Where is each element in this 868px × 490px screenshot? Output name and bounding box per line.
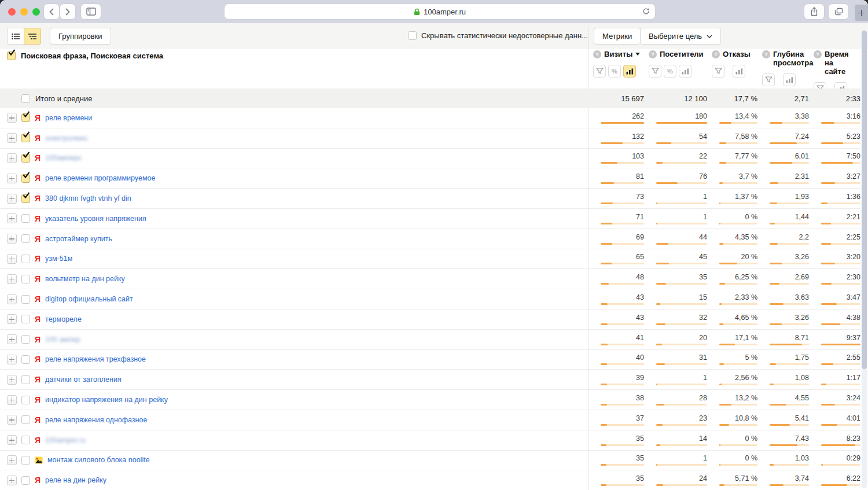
help-icon[interactable]: ? [593, 50, 601, 58]
expand-row-button[interactable] [7, 314, 17, 324]
tab-overview-button[interactable] [829, 4, 848, 19]
visitors-percent-button[interactable]: % [664, 65, 676, 78]
search-phrase-link[interactable]: 100 ампер [45, 336, 80, 344]
new-tab-button[interactable] [855, 5, 868, 21]
visitors-filter-button[interactable] [649, 65, 661, 78]
expand-row-button[interactable] [7, 334, 17, 344]
expand-row-button[interactable] [7, 174, 17, 183]
expand-row-button[interactable] [7, 234, 17, 244]
depth-filter-button[interactable] [762, 73, 775, 86]
search-phrase-link[interactable]: термореле [45, 315, 82, 323]
search-phrase-link[interactable]: реле времени программируемое [45, 174, 155, 182]
search-phrase-link[interactable]: digitop официальный сайт [45, 295, 133, 303]
depth-chart-button[interactable] [783, 73, 796, 86]
column-label[interactable]: Отказы [723, 50, 751, 58]
row-checkbox[interactable] [21, 415, 30, 424]
row-checkbox[interactable] [21, 335, 30, 344]
search-phrase-link[interactable]: вольтметр на дин рейку [45, 275, 125, 283]
visitors-chart-button[interactable] [679, 65, 692, 78]
expand-row-button[interactable] [7, 274, 17, 284]
expand-row-button[interactable] [7, 294, 17, 304]
hide-unreliable-checkbox[interactable] [408, 31, 417, 40]
share-button[interactable] [804, 4, 824, 19]
reload-button[interactable] [642, 8, 650, 17]
row-checkbox[interactable] [21, 315, 30, 323]
column-label[interactable]: Глубина просмотра [773, 50, 813, 67]
search-phrase-link[interactable]: узм-51м [45, 255, 72, 263]
search-phrase-link[interactable]: реле напряжения трехфазное [45, 355, 146, 363]
address-bar[interactable]: 100amper.ru [225, 4, 655, 19]
help-icon[interactable]: ? [814, 50, 822, 58]
search-phrase-link[interactable]: 100amper.ru [45, 436, 86, 444]
expand-row-button[interactable] [7, 375, 17, 385]
expand-row-button[interactable] [7, 455, 17, 465]
row-checkbox[interactable] [21, 355, 30, 364]
row-checkbox[interactable] [21, 255, 30, 263]
search-phrase-link[interactable]: 100амперс [45, 154, 82, 162]
row-checkbox[interactable] [21, 375, 30, 384]
minimize-window-button[interactable] [20, 8, 28, 16]
zoom-window-button[interactable] [32, 8, 40, 16]
row-checkbox[interactable] [21, 295, 30, 304]
metrics-button[interactable]: Метрики [594, 28, 641, 45]
search-phrase-link[interactable]: 380 djkmn fvgth vtnh yf din [45, 194, 131, 202]
row-checkbox[interactable] [21, 194, 30, 203]
expand-row-button[interactable] [7, 395, 17, 405]
visits-filter-button[interactable] [593, 65, 606, 78]
tree-view-button[interactable] [24, 28, 41, 45]
row-checkbox[interactable] [21, 154, 30, 163]
search-phrase-link[interactable]: реле на дин рейку [45, 476, 106, 484]
row-checkbox[interactable] [21, 456, 30, 465]
expand-row-button[interactable] [7, 415, 17, 425]
expand-row-button[interactable] [7, 476, 17, 485]
row-checkbox[interactable] [21, 174, 30, 183]
search-phrase-link[interactable]: индикатор напряжения на дин рейку [45, 396, 168, 404]
visits-percent-button[interactable]: % [608, 65, 621, 78]
row-checkbox[interactable] [21, 234, 30, 243]
search-phrase-link[interactable]: монтаж силового блока noolite [47, 456, 150, 464]
sidebar-icon [86, 8, 96, 16]
column-label[interactable]: Время на сайте [825, 50, 853, 76]
bounce-filter-button[interactable] [712, 65, 724, 78]
row-checkbox[interactable] [21, 396, 30, 404]
expand-row-button[interactable] [7, 435, 17, 445]
expand-row-button[interactable] [7, 213, 17, 223]
help-icon[interactable]: ? [762, 50, 770, 58]
column-label[interactable]: Визиты [604, 50, 632, 58]
search-phrase-link[interactable]: реле времени [45, 114, 92, 122]
back-button[interactable] [44, 4, 59, 19]
row-checkbox[interactable] [21, 214, 30, 223]
forward-button[interactable] [60, 4, 75, 19]
row-checkbox[interactable] [21, 113, 30, 122]
visitors-bar [656, 202, 707, 204]
list-view-button[interactable] [7, 28, 24, 45]
search-phrase-link[interactable]: астротаймер купить [45, 235, 112, 243]
expand-row-button[interactable] [7, 133, 17, 143]
help-icon[interactable]: ? [712, 50, 720, 58]
expand-row-button[interactable] [7, 254, 17, 264]
select-goal-button[interactable]: Выберите цель [640, 28, 721, 45]
vertical-scrollbar[interactable] [862, 29, 867, 488]
visits-chart-button[interactable] [623, 65, 636, 78]
sidebar-toggle-button[interactable] [81, 4, 101, 19]
dimension-checkbox[interactable] [7, 51, 16, 60]
totals-checkbox[interactable] [21, 94, 30, 103]
search-phrase-link[interactable]: датчики от затопления [45, 375, 122, 384]
row-checkbox[interactable] [21, 134, 30, 142]
expand-row-button[interactable] [7, 113, 17, 123]
row-checkbox[interactable] [21, 476, 30, 485]
help-icon[interactable]: ? [649, 50, 657, 58]
search-phrase-link[interactable]: указатель уровня напряжения [45, 215, 146, 223]
groupings-button[interactable]: Группировки [50, 28, 111, 45]
expand-row-button[interactable] [7, 355, 17, 364]
search-phrase-link[interactable]: реле напряжения однофазное [45, 416, 147, 424]
row-checkbox[interactable] [21, 436, 30, 444]
expand-row-button[interactable] [7, 153, 17, 163]
close-window-button[interactable] [8, 8, 16, 16]
scrollbar-thumb[interactable] [862, 31, 867, 369]
bounce-chart-button[interactable] [733, 65, 745, 78]
search-phrase-link[interactable]: электролюкс [45, 134, 88, 142]
column-label[interactable]: Посетители [660, 50, 704, 58]
expand-row-button[interactable] [7, 194, 17, 204]
row-checkbox[interactable] [21, 275, 30, 283]
